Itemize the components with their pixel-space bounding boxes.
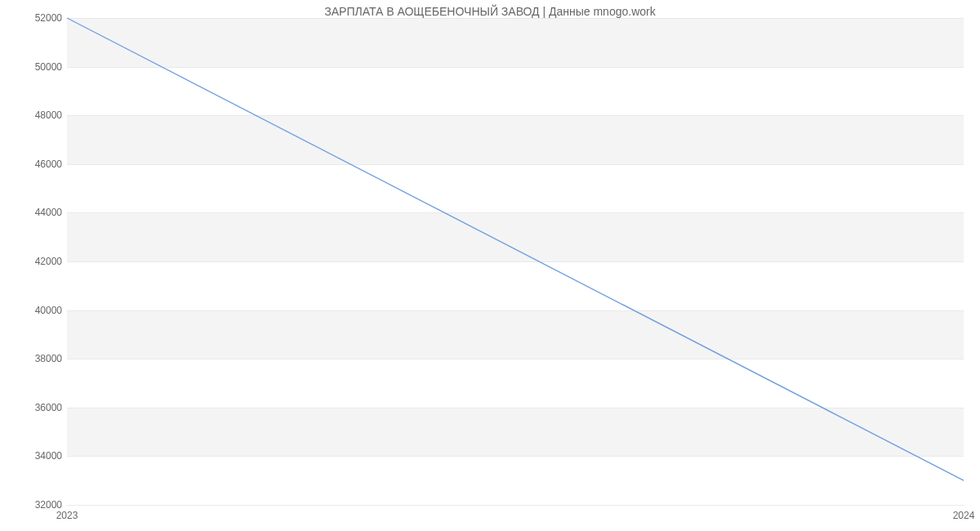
x-tick-label: 2023 — [56, 510, 78, 521]
y-tick-label: 32000 — [13, 499, 62, 511]
gridline — [67, 505, 964, 506]
y-tick-label: 44000 — [13, 207, 62, 218]
salary-line-chart: ЗАРПЛАТА В АОЩЕБЕНОЧНЫЙ ЗАВОД | Данные m… — [0, 0, 980, 531]
chart-title: ЗАРПЛАТА В АОЩЕБЕНОЧНЫЙ ЗАВОД | Данные m… — [0, 5, 980, 18]
line-layer — [67, 18, 964, 505]
y-tick-label: 40000 — [13, 305, 62, 316]
y-tick-label: 42000 — [13, 256, 62, 267]
y-tick-label: 50000 — [13, 61, 62, 73]
y-tick-label: 34000 — [13, 450, 62, 462]
y-tick-label: 52000 — [13, 12, 62, 24]
x-tick-label: 2024 — [953, 510, 975, 521]
y-tick-label: 48000 — [13, 109, 62, 121]
data-line — [67, 18, 964, 480]
plot-area — [67, 18, 964, 505]
y-tick-label: 46000 — [13, 158, 62, 170]
y-tick-label: 36000 — [13, 402, 62, 413]
y-tick-label: 38000 — [13, 353, 62, 364]
